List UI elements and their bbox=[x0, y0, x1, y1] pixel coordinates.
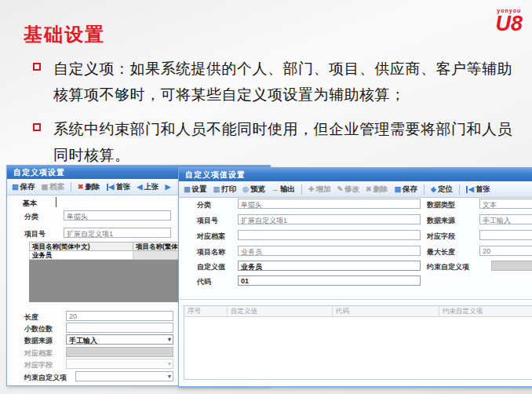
toolbar-divider bbox=[301, 184, 302, 195]
save-button[interactable]: ▤ 保存 bbox=[395, 184, 418, 195]
item-no-field[interactable]: 扩展自定义项1 bbox=[64, 228, 171, 238]
item-name-label: 项目名称 bbox=[197, 247, 225, 257]
toolbar-divider bbox=[71, 182, 71, 192]
linked-archive-field bbox=[66, 347, 173, 357]
first-record-icon: ◀ bbox=[466, 186, 474, 193]
previous-record-button[interactable]: ◀ 上张 bbox=[137, 182, 159, 192]
data-source-label: 数据来源 bbox=[427, 216, 455, 226]
toolbar-divider bbox=[459, 184, 460, 195]
table-empty-body bbox=[184, 317, 532, 381]
archive-button[interactable]: ▦ 档案 bbox=[42, 182, 65, 192]
custom-value-label: 自定义值 bbox=[197, 262, 225, 272]
bullet-square-icon bbox=[33, 63, 41, 71]
constraint-select[interactable]: ▾ bbox=[75, 371, 173, 381]
save-button[interactable]: ▤ 保存 bbox=[12, 182, 35, 192]
constraint-label: 约束自定义项 bbox=[24, 373, 67, 383]
print-button[interactable]: ▥ 打印 bbox=[213, 184, 237, 195]
bullet-list: 自定义项：如果系统提供的个人、部门、项目、供应商、客户等辅助核算项不够时，可将某… bbox=[31, 56, 516, 177]
modify-icon: ✎ bbox=[337, 186, 343, 193]
linked-field-label: 对应字段 bbox=[24, 360, 53, 370]
linked-field-label: 对应字段 bbox=[427, 232, 455, 242]
logo-product-text: U8 bbox=[495, 13, 523, 35]
chevron-down-icon: ▾ bbox=[168, 360, 171, 367]
category-label: 分类 bbox=[197, 200, 211, 210]
settings-icon: ▦ bbox=[184, 186, 191, 193]
constraint-label: 约束自定义项 bbox=[427, 262, 469, 272]
linked-archive-field[interactable] bbox=[238, 230, 421, 240]
constraint-field bbox=[491, 261, 532, 271]
first-record-icon: ◀ bbox=[107, 184, 115, 191]
bullet-item-1: 自定义项：如果系统提供的个人、部门、项目、供应商、客户等辅助核算项不够时，可将某… bbox=[31, 56, 516, 108]
item-no-field[interactable]: 扩展自定义项1 bbox=[238, 214, 421, 224]
save-icon: ▤ bbox=[12, 184, 19, 191]
length-field[interactable]: 20 bbox=[66, 311, 173, 321]
previous-record-icon: ◀ bbox=[137, 184, 143, 191]
data-type-label: 数据类型 bbox=[427, 200, 455, 210]
next-record-button[interactable]: ▶ bbox=[165, 184, 170, 191]
slide: 基础设置 yonyou U8 自定义项：如果系统提供的个人、部门、项目、供应商、… bbox=[0, 0, 532, 394]
preview-button[interactable]: ◎ 预览 bbox=[242, 184, 265, 195]
export-icon: → bbox=[271, 186, 279, 193]
code-field[interactable]: 01 bbox=[238, 275, 421, 286]
table-header-row: 序号 自定义值 代码 约束自定义项 bbox=[184, 306, 532, 317]
add-icon: ✚ bbox=[308, 186, 315, 193]
category-field[interactable]: 单据头 bbox=[238, 199, 421, 209]
decimals-field[interactable] bbox=[66, 323, 173, 333]
page-title: 基础设置 bbox=[24, 22, 105, 47]
category-field[interactable]: 单据头 bbox=[64, 210, 171, 221]
custom-item-value-settings-window: 自定义项值设置 ▦ 设置 ▥ 打印 ◎ 预览 → 输出 ✚ 增加 bbox=[178, 167, 532, 388]
custom-value-field[interactable]: 业务员 bbox=[238, 261, 421, 271]
tab-caret bbox=[56, 197, 56, 207]
data-type-field[interactable]: 文本 bbox=[479, 199, 532, 209]
delete-icon: ✖ bbox=[366, 186, 372, 193]
locate-button[interactable]: ◈ 定位 bbox=[431, 184, 453, 195]
column-header[interactable]: 序号 bbox=[184, 306, 228, 316]
add-button[interactable]: ✚ 增加 bbox=[308, 184, 331, 195]
max-length-field[interactable]: 20 bbox=[479, 246, 532, 256]
yonyou-u8-logo: yonyou U8 bbox=[495, 8, 523, 35]
locate-icon: ◈ bbox=[431, 186, 436, 193]
column-header[interactable]: 项目名称(简体中文) bbox=[29, 242, 133, 251]
table-cell: 业务员 bbox=[29, 251, 133, 260]
max-length-label: 最大长度 bbox=[427, 247, 455, 257]
print-icon: ▥ bbox=[213, 186, 220, 193]
item-no-label: 项目号 bbox=[24, 229, 46, 239]
item-name-field[interactable]: 业务员 bbox=[238, 246, 421, 256]
item-no-label: 项目号 bbox=[197, 216, 218, 226]
category-label: 分类 bbox=[24, 212, 38, 222]
decimals-label: 小数位数 bbox=[24, 324, 53, 334]
archive-icon: ▦ bbox=[42, 184, 49, 191]
preview-icon: ◎ bbox=[242, 186, 249, 193]
custom-value-table: 序号 自定义值 代码 约束自定义项 bbox=[184, 305, 532, 380]
save-icon: ▤ bbox=[395, 186, 402, 193]
linked-field-field[interactable] bbox=[479, 230, 532, 240]
column-header[interactable]: 自定义值 bbox=[228, 306, 333, 316]
column-header[interactable]: 代码 bbox=[333, 306, 439, 316]
code-label: 代码 bbox=[197, 277, 211, 287]
chevron-down-icon: ▾ bbox=[168, 373, 171, 380]
bullet-square-icon bbox=[33, 123, 41, 131]
delete-button[interactable]: ✖ 删除 bbox=[366, 184, 388, 195]
tab-basic[interactable]: 基本 bbox=[23, 199, 37, 209]
next-record-icon: ▶ bbox=[165, 184, 170, 191]
linked-archive-label: 对应档案 bbox=[24, 348, 53, 359]
right-toolbar: ▦ 设置 ▥ 打印 ◎ 预览 → 输出 ✚ 增加 ✎ 修改 bbox=[179, 181, 532, 198]
chevron-down-icon: ▾ bbox=[168, 336, 171, 343]
window-titlebar[interactable]: 自定义项值设置 bbox=[179, 168, 532, 181]
toolbar-divider bbox=[424, 184, 425, 195]
first-record-button[interactable]: ◀ 首张 bbox=[466, 184, 490, 195]
first-record-button[interactable]: ◀ 首张 bbox=[107, 182, 131, 192]
data-source-field[interactable]: 手工输入 bbox=[479, 214, 532, 224]
export-button[interactable]: → 输出 bbox=[271, 184, 295, 195]
delete-button[interactable]: ✖ 删除 bbox=[78, 182, 100, 192]
settings-button[interactable]: ▦ 设置 bbox=[184, 184, 207, 195]
linked-archive-label: 对应档案 bbox=[197, 232, 225, 242]
bullet-item-2: 系统中约束部门和人员不能同时使用，但企业管理需要将部门和人员同时核算。 bbox=[31, 116, 516, 168]
bullet-text-2: 系统中约束部门和人员不能同时使用，但企业管理需要将部门和人员同时核算。 bbox=[53, 120, 512, 163]
data-source-select[interactable]: 手工输入▾ bbox=[66, 334, 173, 345]
bullet-text-1: 自定义项：如果系统提供的个人、部门、项目、供应商、客户等辅助核算项不够时，可将某… bbox=[53, 60, 512, 103]
delete-icon: ✖ bbox=[78, 184, 84, 191]
column-header[interactable]: 约束自定义项 bbox=[439, 306, 532, 316]
data-source-label: 数据来源 bbox=[24, 336, 53, 346]
modify-button[interactable]: ✎ 修改 bbox=[337, 184, 359, 195]
